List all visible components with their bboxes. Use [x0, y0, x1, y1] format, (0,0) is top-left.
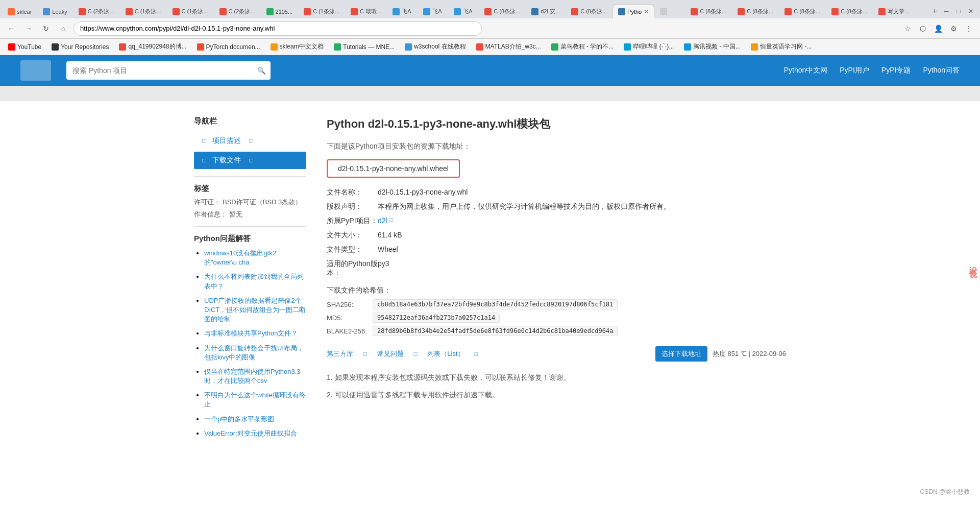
bookmark-pytorch-documen...[interactable]: PyTorch documen...: [193, 42, 264, 52]
tab-tab-2105[interactable]: 2105...: [261, 4, 299, 18]
tab-label-tab-8-2: C (8条泳...: [580, 8, 607, 15]
sidebar-item-download[interactable]: □ 下载文件 □: [194, 152, 306, 169]
tab-tab-2-1[interactable]: C (2条泳...: [73, 4, 120, 18]
nav-icon-desc2: □: [247, 137, 255, 145]
file-badge[interactable]: d2l-0.15.1-py3-none-any.whl.wheel: [327, 159, 460, 178]
address-bar-row: ← → ↻ ⌂ ☆ ⬡ 👤 ⚙ ⋮: [0, 18, 980, 39]
new-tab-button[interactable]: +: [928, 4, 941, 18]
tab-tab-leaky[interactable]: Leaky: [37, 4, 72, 18]
bookmark-哔哩哔哩-(·`·)...[interactable]: 哔哩哔哩 (·`·)...: [620, 41, 678, 52]
tab-tab-ring[interactable]: C 環環...: [345, 4, 387, 18]
close-button[interactable]: ✕: [966, 6, 976, 16]
filesize-label: 文件大小：: [327, 231, 378, 240]
site-search-input[interactable]: [66, 61, 252, 80]
sidebar-item-project-desc[interactable]: □ 项目描述 □: [194, 132, 306, 150]
address-input[interactable]: [74, 21, 482, 36]
tab-tab-write[interactable]: 写文章...: [873, 4, 915, 18]
tab-tab-2-4[interactable]: C (2条泳...: [214, 4, 261, 18]
minimize-button[interactable]: ─: [941, 6, 951, 16]
tab-tab-feia1[interactable]: 飞A: [387, 4, 418, 18]
filetype-row: 文件类型： Wheel: [327, 245, 786, 254]
header-nav-Python问答[interactable]: Python问答: [923, 66, 960, 75]
refresh-button[interactable]: ↻: [39, 21, 53, 36]
bookmark-favicon: [751, 43, 758, 51]
search-button[interactable]: 🔍: [252, 61, 271, 80]
tab-label-tab-py: Pytho: [627, 9, 642, 15]
bookmark-tutorials-—-mne...[interactable]: Tutorials — MNE...: [330, 42, 399, 52]
hash-value: cb8d518a4e63b7bf37ea72bfd9e9c8b3f4de7d45…: [373, 299, 618, 309]
tab-tab-2-2[interactable]: C (1条泳...: [120, 4, 167, 18]
bookmark-label: Your Repositories: [61, 43, 109, 51]
qa-list-item: 仅当在特定范围内使用Python3.3时，才在比较两个csv: [204, 367, 306, 386]
forward-button[interactable]: →: [21, 21, 36, 36]
header-nav-Python中文网[interactable]: Python中文网: [784, 66, 828, 75]
tab-tab-feib2[interactable]: 飞A: [448, 4, 479, 18]
tab-tab-8-4[interactable]: C (8条泳...: [732, 4, 779, 18]
bookmark-qq_419902948的博...[interactable]: qq_419902948的博...: [115, 41, 190, 52]
qa-link[interactable]: 为什么窗口旋转整会干扰UI布局，包括kivy中的图像: [204, 344, 304, 361]
tab-tab-new[interactable]: [654, 4, 685, 18]
more-icon[interactable]: ⋮: [962, 21, 976, 36]
bookmark-your-repositories[interactable]: Your Repositories: [47, 42, 113, 52]
bookmark-favicon: [8, 43, 15, 51]
header-nav-PyPI用户[interactable]: PyPI用户: [840, 66, 869, 75]
tab-tab-8-5[interactable]: C (8条泳...: [779, 4, 826, 18]
license-label: 许可证：: [194, 198, 220, 207]
bookmark-label: sklearn中文文档: [280, 42, 324, 51]
bookmark-matlab介绍_w3c...[interactable]: MATLAB介绍_w3c...: [472, 41, 545, 52]
bottom-link-常见问题[interactable]: 常见问题: [377, 349, 404, 358]
bookmark-菜鸟教程---学的不...[interactable]: 菜鸟教程 - 学的不...: [547, 41, 618, 52]
tab-tab-sklearn[interactable]: sklear: [2, 4, 37, 18]
tab-tab-8-6[interactable]: C (8条泳...: [826, 4, 873, 18]
tab-favicon-tab-2-5: [304, 8, 311, 15]
qa-link[interactable]: 一个p中的多水平条形图: [204, 415, 274, 423]
tab-label-tab-sklearn: sklear: [17, 9, 32, 15]
tab-tab-2-5[interactable]: C (1条泳...: [298, 4, 345, 18]
qa-link[interactable]: 为什么不将列表附加到我的全局列表中？: [204, 273, 304, 290]
bookmark-恒量英语学习网--...[interactable]: 恒量英语学习网 -...: [747, 41, 816, 52]
extension-icon[interactable]: ⬡: [916, 21, 930, 36]
qa-link[interactable]: 不明白为什么这个while循环没有终止: [204, 391, 306, 408]
pypi-link[interactable]: d2l: [378, 217, 387, 225]
header-nav-PyPI专题[interactable]: PyPI专题: [881, 66, 911, 75]
tab-label-tab-2-4: C (2条泳...: [229, 8, 255, 15]
filesize-row: 文件大小： 61.4 kB: [327, 231, 786, 240]
qa-link[interactable]: windows10没有抛出gtk2的"owner\u cha: [204, 249, 276, 266]
tab-tab-d2l[interactable]: d2l 安...: [526, 4, 566, 18]
filetype-label: 文件类型：: [327, 245, 378, 254]
tab-tab-8-2[interactable]: C (8条泳...: [566, 4, 612, 18]
bookmark-youtube[interactable]: YouTube: [4, 42, 45, 52]
bookmark-sklearn中文文档[interactable]: sklearn中文文档: [266, 41, 328, 52]
tab-label-tab-2-5: C (1条泳...: [313, 8, 339, 15]
select-download-button[interactable]: 选择下载地址: [655, 346, 707, 362]
tab-tab-8-1[interactable]: C (8条泳...: [479, 4, 526, 18]
maximize-button[interactable]: □: [953, 6, 964, 16]
tab-close-tab-py[interactable]: ✕: [644, 8, 649, 15]
qa-link[interactable]: UDP广播接收的数据看起来像2个DICT，但不如何故组合为一图二断图的绘制: [204, 297, 306, 323]
bottom-link-第三方库[interactable]: 第三方库: [327, 349, 353, 358]
filesize-value: 61.4 kB: [378, 231, 786, 239]
profile-icon[interactable]: 👤: [931, 21, 945, 36]
hash-title: 下载文件的哈希值：: [327, 286, 786, 295]
qa-link[interactable]: 仅当在特定范围内使用Python3.3时，才在比较两个csv: [204, 368, 301, 385]
tab-tab-py[interactable]: Pytho✕: [612, 4, 654, 18]
bookmark-w3school-在线教程[interactable]: w3school 在线教程: [401, 41, 470, 52]
bookmark-star-icon[interactable]: ☆: [900, 21, 915, 36]
tab-label-tab-8-3: C (8条泳...: [700, 8, 726, 15]
bookmark-腾讯视频---中国...[interactable]: 腾讯视频 - 中国...: [680, 41, 745, 52]
tab-label-tab-2-1: C (2条泳...: [88, 8, 114, 15]
home-button[interactable]: ⌂: [56, 21, 70, 36]
back-button[interactable]: ←: [4, 21, 18, 36]
tab-tab-2-3[interactable]: C (1条泳...: [167, 4, 214, 18]
bottom-links-row: 第三方库 □常见问题 □列表（List） □选择下载地址热度 851 ℃ | 2…: [327, 346, 786, 362]
tab-tab-feib1[interactable]: 飞A: [418, 4, 448, 18]
bookmark-favicon: [551, 43, 558, 51]
tab-tab-8-3[interactable]: C (8条泳...: [685, 4, 732, 18]
bottom-link-列表（List）[interactable]: 列表（List）: [427, 349, 464, 358]
tab-favicon-tab-ring: [351, 8, 358, 15]
extension2-icon[interactable]: ⚙: [946, 21, 961, 36]
sidebar: 导航栏 □ 项目描述 □ □ 下载文件 □ 标签 许可证： BSD许可证（BSD…: [194, 116, 306, 443]
qa-link[interactable]: 与非标准模块共享Python文件？: [204, 329, 298, 337]
qa-link[interactable]: ValueError:对变元使用曲线拟合: [204, 429, 297, 437]
bookmark-favicon: [334, 43, 341, 51]
